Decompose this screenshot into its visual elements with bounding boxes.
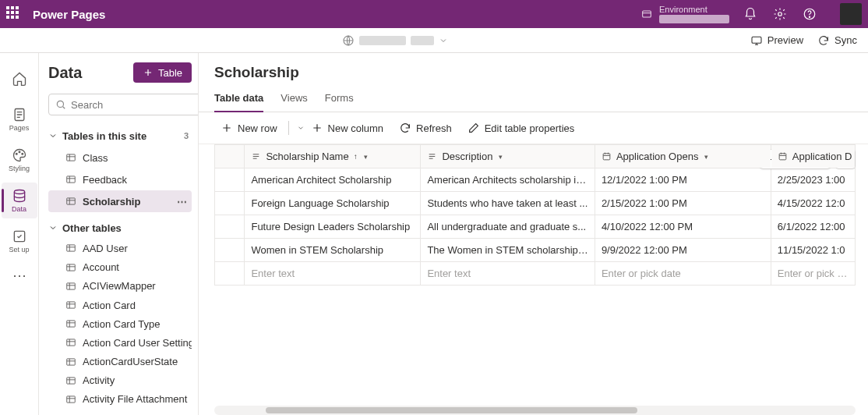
rail-setup[interactable]: Set up bbox=[2, 223, 37, 259]
group-other-tables[interactable]: Other tables bbox=[48, 218, 192, 237]
cell-description[interactable]: The Women in STEM scholarship i... bbox=[421, 239, 595, 262]
table-item[interactable]: Account bbox=[48, 258, 192, 277]
cell-opens[interactable]: 4/10/2022 12:00 PM bbox=[595, 215, 771, 239]
table-item-more-icon[interactable]: ⋯ bbox=[177, 196, 187, 208]
table-row[interactable]: Women in STEM ScholarshipThe Women in ST… bbox=[215, 239, 856, 262]
cell-name[interactable]: Future Design Leaders Scholarship bbox=[245, 215, 421, 239]
cell-deadline[interactable]: 11/15/2022 1:0 bbox=[771, 239, 855, 262]
left-nav-rail: Pages Styling Data Set up ⋯ bbox=[0, 53, 39, 415]
table-row[interactable]: Foreign Language ScholarshipStudents who… bbox=[215, 192, 856, 215]
site-url-redacted-1 bbox=[359, 36, 406, 45]
cell-deadline[interactable]: 2/25/2023 1:00 bbox=[771, 168, 855, 192]
table-item[interactable]: Action Card User Settings bbox=[48, 333, 192, 352]
cell-name[interactable]: Women in STEM Scholarship bbox=[245, 239, 421, 262]
cell-opens[interactable]: 12/1/2022 1:00 PM bbox=[595, 168, 771, 192]
chevron-down-icon[interactable]: ▾ bbox=[499, 153, 503, 161]
col-header-description[interactable]: Description ▾ bbox=[421, 145, 595, 168]
new-row-split-chevron[interactable] bbox=[294, 121, 302, 135]
table-item[interactable]: AAD User bbox=[48, 239, 192, 257]
select-all-header[interactable] bbox=[215, 145, 245, 168]
tab-forms[interactable]: Forms bbox=[325, 86, 354, 112]
cell-deadline[interactable]: 4/15/2022 12:0 bbox=[771, 192, 855, 215]
cell-description[interactable]: All undergraduate and graduate s... bbox=[421, 215, 595, 239]
styling-icon bbox=[12, 147, 27, 163]
site-url-picker[interactable] bbox=[41, 34, 750, 47]
cell-opens[interactable]: 2/15/2022 1:00 PM bbox=[595, 192, 771, 215]
new-table-button[interactable]: Table bbox=[133, 62, 192, 83]
search-input-wrap[interactable] bbox=[48, 94, 199, 115]
col-header-deadline[interactable]: Application D bbox=[771, 145, 855, 168]
table-tabs: Table data Views Forms bbox=[199, 86, 868, 112]
table-item[interactable]: Action Card Type bbox=[48, 314, 192, 333]
svg-rect-23 bbox=[67, 378, 76, 384]
col-header-opens[interactable]: Application Opens ▾ bbox=[595, 145, 771, 168]
table-item-scholarship[interactable]: Scholarship ⋯ bbox=[48, 190, 192, 212]
cell-deadline-placeholder[interactable]: Enter or pick dat bbox=[771, 262, 855, 286]
table-item[interactable]: Activity bbox=[48, 371, 192, 390]
table-item[interactable]: Activity File Attachment bbox=[48, 390, 192, 409]
chevron-down-icon[interactable]: ▾ bbox=[704, 153, 708, 161]
table-icon bbox=[65, 152, 76, 163]
cell-opens[interactable]: 9/9/2022 12:00 PM bbox=[595, 239, 771, 262]
table-icon bbox=[65, 243, 76, 254]
new-row-button[interactable]: New row bbox=[214, 119, 284, 137]
rail-setup-label: Set up bbox=[9, 246, 29, 254]
table-row[interactable]: Future Design Leaders ScholarshipAll und… bbox=[215, 215, 856, 239]
search-input[interactable] bbox=[71, 99, 199, 111]
table-item[interactable]: ActionCardUserState bbox=[48, 353, 192, 371]
help-icon[interactable] bbox=[803, 7, 817, 21]
group-this-site[interactable]: Tables in this site 3 bbox=[48, 126, 192, 145]
col-header-name[interactable]: Scholarship Name ↑ ▾ bbox=[245, 145, 421, 168]
col-header-label: Scholarship Name bbox=[266, 151, 348, 162]
sync-button[interactable]: Sync bbox=[817, 34, 857, 47]
row-select-cell[interactable] bbox=[215, 262, 245, 286]
table-item-label: Action Card bbox=[83, 300, 136, 311]
row-select-cell[interactable] bbox=[215, 168, 245, 192]
cell-name[interactable]: American Architect Scholarship bbox=[245, 168, 421, 192]
cell-description[interactable]: Students who have taken at least ... bbox=[421, 192, 595, 215]
rail-pages-label: Pages bbox=[9, 124, 30, 132]
row-select-cell[interactable] bbox=[215, 239, 245, 262]
horizontal-scrollbar[interactable] bbox=[214, 406, 856, 415]
new-row-label: New row bbox=[238, 122, 277, 134]
cell-name-placeholder[interactable]: Enter text bbox=[245, 262, 421, 286]
rail-home[interactable] bbox=[2, 61, 37, 97]
search-icon bbox=[55, 99, 66, 110]
preview-button[interactable]: Preview bbox=[750, 34, 803, 47]
notification-icon[interactable] bbox=[743, 7, 757, 21]
new-column-button[interactable]: New column bbox=[305, 119, 390, 137]
scrollbar-thumb[interactable] bbox=[266, 407, 637, 413]
plus-icon bbox=[221, 122, 233, 134]
rail-more[interactable]: ⋯ bbox=[12, 267, 26, 284]
cell-opens-placeholder[interactable]: Enter or pick date bbox=[595, 262, 771, 286]
row-select-cell[interactable] bbox=[215, 192, 245, 215]
cell-name[interactable]: Foreign Language Scholarship bbox=[245, 192, 421, 215]
table-item-feedback[interactable]: Feedback bbox=[48, 168, 192, 190]
table-row[interactable]: American Architect ScholarshipAmerican A… bbox=[215, 168, 856, 192]
table-item-class[interactable]: Class bbox=[48, 147, 192, 168]
tab-views[interactable]: Views bbox=[281, 86, 307, 112]
tab-table-data[interactable]: Table data bbox=[214, 86, 263, 112]
environment-name-redacted bbox=[659, 15, 729, 23]
app-launcher-icon[interactable] bbox=[6, 6, 22, 22]
user-avatar[interactable] bbox=[840, 3, 862, 25]
table-item[interactable]: ACIViewMapper bbox=[48, 277, 192, 296]
data-icon bbox=[12, 188, 27, 204]
edit-properties-button[interactable]: Edit table properties bbox=[461, 119, 581, 137]
rail-pages[interactable]: Pages bbox=[2, 101, 37, 137]
cell-deadline[interactable]: 6/1/2022 12:00 bbox=[771, 215, 855, 239]
refresh-label: Refresh bbox=[416, 122, 452, 134]
new-row[interactable]: Enter textEnter textEnter or pick dateEn… bbox=[215, 262, 856, 286]
rail-styling[interactable]: Styling bbox=[2, 142, 37, 178]
svg-rect-26 bbox=[779, 154, 786, 160]
chevron-down-icon[interactable]: ▾ bbox=[364, 153, 368, 161]
rail-data[interactable]: Data bbox=[2, 183, 37, 218]
cell-description[interactable]: American Architects scholarship is... bbox=[421, 168, 595, 192]
environment-picker[interactable]: Environment bbox=[640, 5, 729, 23]
cell-description-placeholder[interactable]: Enter text bbox=[421, 262, 595, 286]
settings-icon[interactable] bbox=[773, 7, 787, 21]
refresh-button[interactable]: Refresh bbox=[393, 119, 458, 137]
table-item[interactable]: Action Card bbox=[48, 296, 192, 314]
table-item-label: Activity File Attachment bbox=[83, 393, 187, 405]
row-select-cell[interactable] bbox=[215, 215, 245, 239]
